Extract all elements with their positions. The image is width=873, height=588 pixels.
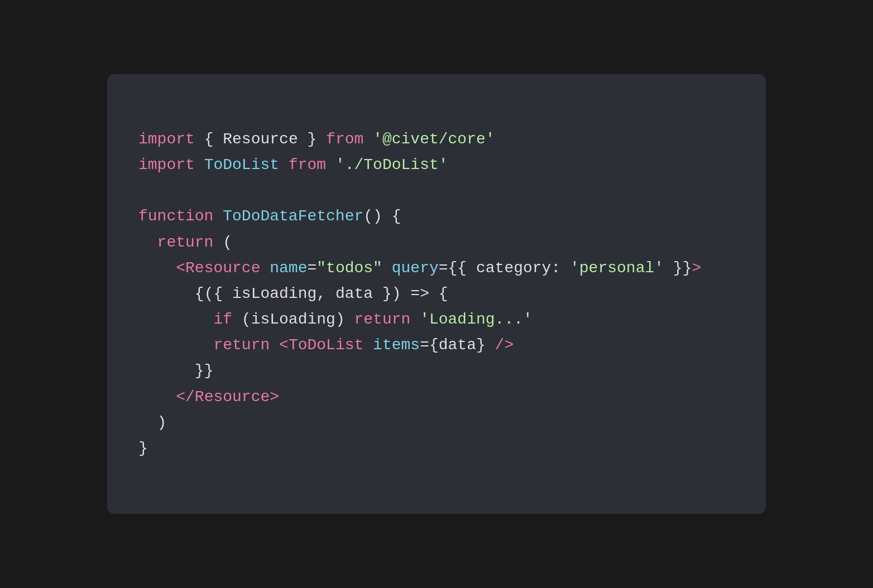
keyword-import: import xyxy=(138,131,195,148)
code-content: import { Resource } from '@civet/core' i… xyxy=(138,101,735,488)
code-window: import { Resource } from '@civet/core' i… xyxy=(107,74,766,514)
